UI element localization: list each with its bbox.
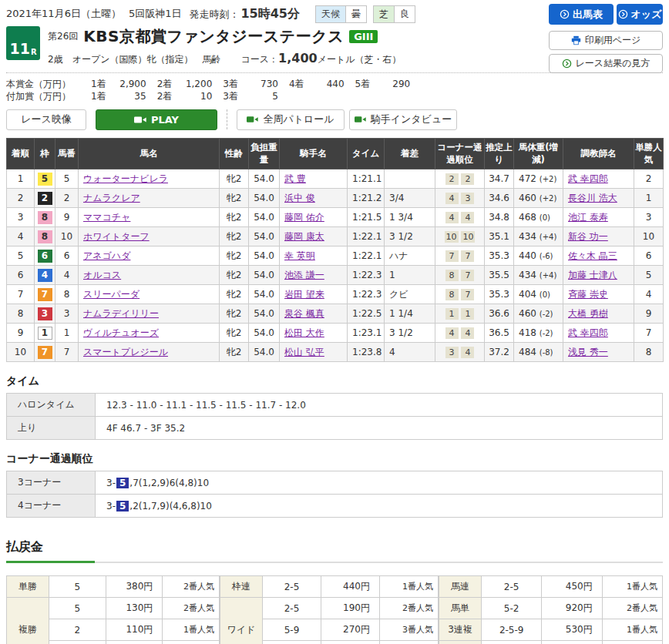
jockey-link[interactable]: 武 豊 [284, 173, 306, 184]
jockey-link[interactable]: 藤岡 康太 [284, 231, 324, 242]
horse-weight: 460 [519, 193, 536, 203]
time-cell: 1:22.5 [348, 304, 385, 324]
jockey-interview-label: 騎手インタビュー [371, 112, 452, 126]
jockey-link[interactable]: 浜中 俊 [284, 193, 315, 203]
trainer-link[interactable]: 新谷 功一 [568, 231, 608, 242]
trainer-cell: 長谷川 浩大 [563, 189, 634, 208]
result-guide-button[interactable]: レース結果の見方 [549, 54, 663, 73]
horse-link[interactable]: ナムラデイリリー [83, 308, 159, 319]
winner-highlight: 5 [116, 501, 129, 512]
corner4-badge: 3 [461, 193, 474, 204]
last-3f-cell: 36.5 [485, 324, 514, 343]
header-actions: 出馬表 オッズ 印刷用ページ レース結果の見方 [549, 4, 663, 77]
prize-rank: 3着 [223, 78, 238, 90]
trainer-cell: 池江 泰寿 [563, 208, 634, 227]
trainer-link[interactable]: 大橋 勇樹 [568, 308, 608, 319]
last-3f-cell: 35.1 [485, 227, 514, 247]
jockey-link[interactable]: 松山 弘平 [284, 347, 324, 357]
corner-order-cell: 1 1 [435, 304, 485, 324]
frame-badge: 8 [38, 230, 52, 243]
rank-cell: 9 [7, 324, 35, 343]
trainer-link[interactable]: 武 幸四郎 [568, 173, 608, 184]
print-page-button[interactable]: 印刷用ページ [549, 31, 663, 50]
race-video-button[interactable]: レース映像 [6, 109, 86, 130]
horse-weight-diff: (+2) [540, 175, 557, 183]
corner-table: 3コーナー 3-5,7(1,2,9)6(4,8)10 4コーナー 3-5,2(1… [6, 471, 663, 518]
horse-link[interactable]: ママコチャ [83, 212, 130, 223]
last-3f-cell: 36.6 [485, 304, 514, 324]
odds-button[interactable]: オッズ [617, 4, 663, 25]
margin-cell: 3/4 [385, 189, 435, 208]
jockey-link[interactable]: 幸 英明 [284, 250, 315, 261]
col-sex-age: 性齢 [220, 139, 249, 169]
trainer-link[interactable]: 長谷川 浩大 [568, 193, 617, 203]
jockey-interview-button[interactable]: 騎手インタビュー [349, 109, 457, 130]
play-button[interactable]: PLAY [96, 109, 217, 130]
last-3f-cell: 34.8 [485, 208, 514, 227]
margin-cell: 1 3/4 [385, 208, 435, 227]
horse-name-cell: ナムラデイリリー [79, 304, 220, 324]
trainer-link[interactable]: 池江 泰寿 [568, 212, 608, 223]
trainer-link[interactable]: 浅見 秀一 [568, 347, 608, 357]
entries-button[interactable]: 出馬表 [549, 4, 614, 25]
horse-link[interactable]: オルコス [83, 270, 121, 280]
trainer-link[interactable]: 佐々木 晶三 [568, 250, 617, 261]
jockey-cell: 藤岡 康太 [280, 227, 348, 247]
patrol-video-button[interactable]: 全周パトロール [237, 109, 345, 130]
last-3f-cell: 35.3 [485, 247, 514, 266]
payout-combo: 2 [49, 619, 106, 641]
col-frame: 枠 [35, 139, 55, 169]
corner3-badge: 2 [445, 173, 459, 185]
trainer-link[interactable]: 加藤 士津八 [568, 270, 617, 280]
sex-age-cell: 牝2 [220, 304, 249, 324]
race-number-unit: R [31, 49, 37, 56]
corner4-badge: 4 [461, 212, 474, 223]
corner3-badge: 1 [445, 308, 459, 320]
horse-link[interactable]: アネゴハダ [83, 250, 130, 261]
horse-number-cell: 6 [55, 247, 79, 266]
sex-age-cell: 牝2 [220, 208, 249, 227]
time-row: ハロンタイム 12.3 - 11.0 - 11.1 - 11.5 - 11.5 … [7, 394, 663, 417]
horse-link[interactable]: ナムラクレア [83, 193, 140, 203]
jockey-link[interactable]: 池添 謙一 [284, 270, 324, 280]
prize-value: 290 [370, 78, 410, 90]
horse-link[interactable]: スマートプレジール [83, 347, 168, 357]
jockey-cell: 幸 英明 [280, 247, 348, 266]
prize-block: 本賞金（万円） 1着2,9002着1,2003着7304着4405着290 付加… [6, 78, 663, 102]
rank-cell: 4 [7, 227, 35, 247]
corner-order-cell: 10 10 [435, 227, 485, 247]
corner-order-cell: 8 7 [435, 285, 485, 304]
jockey-link[interactable]: 藤岡 佑介 [284, 212, 324, 223]
frame-cell: 5 [35, 169, 55, 189]
col-jockey: 騎手名 [280, 139, 348, 169]
horse-link[interactable]: ウォーターナビレラ [83, 173, 168, 184]
course-info: コース：1,400メートル（芝・右） [240, 51, 401, 66]
jockey-link[interactable]: 岩田 望来 [284, 289, 324, 300]
horse-link[interactable]: ホワイトターフ [83, 231, 150, 242]
horse-weight-diff: (+4) [540, 271, 557, 280]
time-cell: 1:22.1 [348, 247, 385, 266]
table-row: 5 6 6 アネゴハダ 牝2 54.0 幸 英明 1:22.1 ハナ 7 7 3… [7, 247, 664, 266]
payout-popularity: 1番人気 [380, 576, 439, 598]
horse-name-cell: ヴィルチュオーズ [79, 324, 220, 343]
weight-carried-cell: 54.0 [249, 324, 280, 343]
jockey-cell: 泉谷 楓真 [280, 304, 348, 324]
horse-weight-cell: 434 (+4) [514, 227, 563, 247]
trainer-link[interactable]: 斉藤 崇史 [568, 289, 608, 300]
sex-age-cell: 牝2 [220, 169, 249, 189]
horse-link[interactable]: スリーパーダ [83, 289, 140, 300]
time-table: ハロンタイム 12.3 - 11.0 - 11.1 - 11.5 - 11.5 … [6, 393, 663, 440]
payout-row: 複勝 5 130円 2番人気 [7, 598, 220, 619]
sex-age-cell: 牝2 [220, 266, 249, 285]
trainer-link[interactable]: 武 幸四郎 [568, 327, 608, 338]
popularity-cell: 9 [634, 304, 664, 324]
weight-carried-cell: 54.0 [249, 227, 280, 247]
prize-pair: 3着5 [212, 90, 278, 102]
last-3f-cell: 34.7 [485, 169, 514, 189]
weather-label: 天候 [315, 5, 345, 23]
jockey-link[interactable]: 松田 大作 [284, 327, 324, 338]
payout-amount: 530円 [542, 619, 602, 641]
jockey-link[interactable]: 泉谷 楓真 [284, 308, 324, 319]
horse-link[interactable]: ヴィルチュオーズ [83, 327, 159, 338]
table-row: 9 1 1 ヴィルチュオーズ 牝2 54.0 松田 大作 1:23.1 3 1/… [7, 324, 664, 343]
